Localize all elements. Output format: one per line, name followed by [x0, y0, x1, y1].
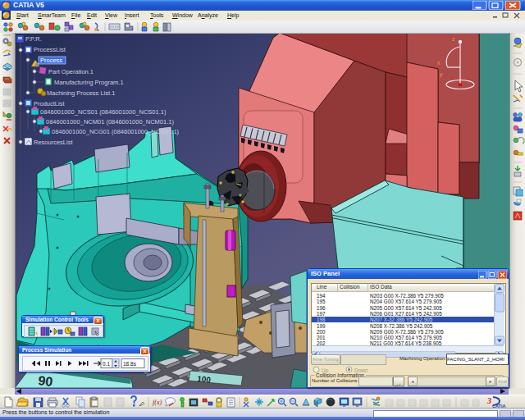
- svg-text:90: 90: [38, 373, 54, 388]
- svg-text:Part Operation.1: Part Operation.1: [48, 68, 94, 75]
- svg-text:z: z: [452, 36, 455, 42]
- svg-text:ProductList: ProductList: [34, 100, 65, 107]
- svg-text:ResourcesList: ResourcesList: [34, 139, 73, 146]
- svg-text:Machining Process List.1: Machining Process List.1: [47, 89, 115, 97]
- svg-text:f(x): f(x): [153, 399, 162, 406]
- svg-text:3: 3: [486, 396, 491, 405]
- svg-text:ProcessList: ProcessList: [34, 46, 66, 53]
- svg-text:18.8s: 18.8s: [123, 361, 137, 367]
- svg-text:x: x: [437, 60, 441, 66]
- svg-text:y: y: [440, 71, 443, 78]
- svg-text:0846001000_NCG01 (0846001000_N: 0846001000_NCG01 (0846001000_NCG01.1): [52, 128, 180, 135]
- svg-text:P.P.R.: P.P.R.: [25, 35, 42, 43]
- svg-text:100: 100: [197, 374, 212, 385]
- svg-text:0846001000_NCM01 (0846001000_N: 0846001000_NCM01 (0846001000_NCM01.1): [46, 118, 174, 126]
- svg-text:0.1: 0.1: [103, 361, 110, 367]
- svg-text:Manufacturing Program.1: Manufacturing Program.1: [54, 79, 124, 86]
- svg-text:Process: Process: [40, 57, 62, 64]
- svg-text:0846001000_NCS01 (0846001000_N: 0846001000_NCS01 (0846001000_NCS01.1): [40, 108, 167, 116]
